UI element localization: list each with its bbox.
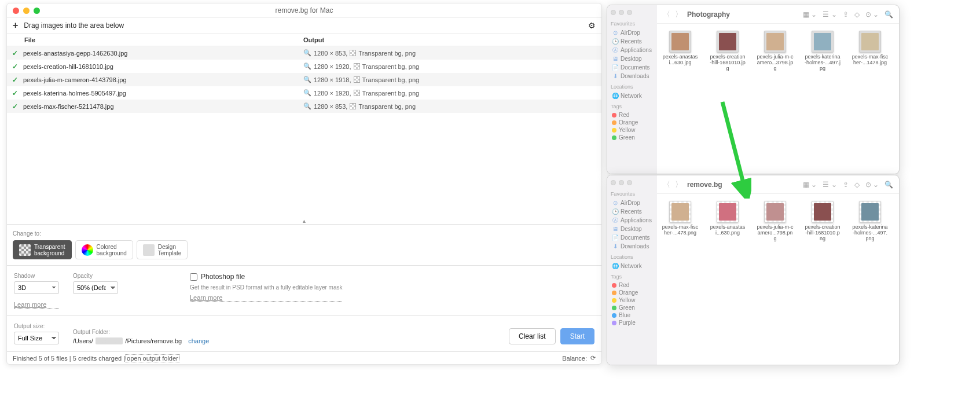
sidebar-item[interactable]: 🖥Desktop [611,225,654,233]
forward-icon[interactable]: 〉 [675,9,682,20]
magnifier-icon[interactable]: 🔍 [303,49,311,57]
shadow-select[interactable]: 3D [14,281,59,294]
view-icons-icon[interactable]: ▦ ⌄ [803,181,817,189]
psd-checkbox[interactable] [190,273,197,281]
sidebar-item[interactable]: 🌐Network [611,262,654,270]
sidebar-item[interactable]: ⒶApplications [611,46,654,54]
output-size-select[interactable]: Full Size [14,332,59,344]
sidebar-item[interactable]: ⬇Downloads [611,242,654,251]
checkmark-icon: ✓ [7,49,23,57]
sidebar-tag[interactable]: Purple [611,319,654,326]
tag-dot-icon [612,128,616,133]
caret-up-icon[interactable]: ▲ [7,218,601,224]
group-icon[interactable]: ☰ ⌄ [823,181,836,189]
start-button[interactable]: Start [560,328,594,344]
transparency-icon [354,63,360,69]
magnifier-icon[interactable]: 🔍 [303,63,311,70]
learn-more-shadow[interactable]: Learn more [14,301,59,309]
search-icon[interactable]: 🔍 [884,10,893,19]
file-icon[interactable]: pexels-creation-hill-1681010.png [804,201,841,242]
output-section: Output size: Full Size Output Folder: /U… [7,315,601,351]
template-icon [143,244,155,256]
sidebar-tag[interactable]: Orange [611,119,654,126]
sidebar-tag[interactable]: Yellow [611,126,654,134]
file-icon[interactable]: pexels-katerina-holmes-...497.jpg [804,31,841,72]
sidebar-tag[interactable]: Red [611,281,654,289]
sidebar-item[interactable]: 🕒Recents [611,37,654,46]
finder-close-button[interactable] [611,180,616,185]
table-row[interactable]: ✓ pexels-julia-m-cameron-4143798.jpg 🔍 1… [7,73,601,86]
file-icon[interactable]: pexels-anastasi...630.jpg [662,31,699,72]
refresh-icon[interactable]: ⟳ [590,354,596,362]
view-icons-icon[interactable]: ▦ ⌄ [803,10,817,19]
sidebar-item[interactable]: 📄Documents [611,63,654,72]
file-icon[interactable]: pexels-max-fischer-...478.png [662,201,699,242]
file-icon[interactable]: pexels-creation-hill-1681010.jpg [709,31,746,72]
sidebar-tag[interactable]: Green [611,304,654,311]
share-icon[interactable]: ⇪ [843,181,849,189]
gear-icon[interactable]: ⚙ [588,21,596,30]
sidebar-item-label: AirDrop [621,200,640,206]
change-folder-link[interactable]: change [188,337,209,344]
tag-icon[interactable]: ◇ [854,10,860,19]
drop-empty-area[interactable] [7,113,601,219]
sidebar-item[interactable]: ⊙AirDrop [611,199,654,207]
open-output-folder-link[interactable]: open output folder [125,354,180,362]
magnifier-icon[interactable]: 🔍 [303,89,311,97]
col-file[interactable]: File [7,36,303,43]
file-name: pexels-creation-hill-1681010.jpg [23,63,303,70]
option-transparent-bg[interactable]: Transparentbackground [13,240,72,259]
sidebar-item[interactable]: 📄Documents [611,233,654,242]
clear-list-button[interactable]: Clear list [509,328,556,344]
finder-close-button[interactable] [611,10,616,15]
option-colored-bg[interactable]: Coloredbackground [75,240,133,259]
learn-more-psd[interactable]: Learn more [190,294,342,302]
sidebar-item[interactable]: 🖥Desktop [611,54,654,63]
finder-maximize-button[interactable] [627,10,632,15]
file-icon[interactable]: pexels-max-fischer-...1478.jpg [851,31,889,72]
sidebar-item[interactable]: 🌐Network [611,91,654,100]
sidebar-item[interactable]: 🕒Recents [611,207,654,216]
sidebar-item[interactable]: ⬇Downloads [611,72,654,80]
file-icon[interactable]: pexels-katerina-holmes-...497.png [851,201,889,242]
file-icon[interactable]: pexels-julia-m-camero...3798.jpg [757,31,794,72]
forward-icon[interactable]: 〉 [675,179,682,190]
format-text: Transparent bg, png [362,76,420,83]
table-row[interactable]: ✓ pexels-max-fischer-5211478.jpg 🔍 1280 … [7,100,601,113]
file-icon[interactable]: pexels-julia-m-camero...798.png [757,201,794,242]
sidebar-item-label: Network [621,263,642,269]
action-icon[interactable]: ⊙ ⌄ [865,181,879,189]
option-design-template[interactable]: DesignTemplate [137,240,188,259]
table-row[interactable]: ✓ pexels-katerina-holmes-5905497.jpg 🔍 1… [7,86,601,100]
action-icon[interactable]: ⊙ ⌄ [865,10,879,19]
finder-minimize-button[interactable] [619,180,624,185]
finder-maximize-button[interactable] [627,180,632,185]
back-icon[interactable]: 〈 [663,179,670,190]
sidebar-tag[interactable]: Orange [611,289,654,296]
table-row[interactable]: ✓ pexels-creation-hill-1681010.jpg 🔍 128… [7,60,601,73]
search-icon[interactable]: 🔍 [884,181,893,189]
finder-minimize-button[interactable] [619,10,624,15]
sidebar-tag[interactable]: Green [611,134,654,141]
sidebar-item-icon: Ⓐ [612,47,618,53]
share-icon[interactable]: ⇪ [843,10,849,19]
group-icon[interactable]: ☰ ⌄ [823,10,836,19]
sidebar-tag[interactable]: Red [611,111,654,119]
file-thumbnail [859,201,881,223]
sidebar-item[interactable]: ⊙AirDrop [611,28,654,37]
tag-icon[interactable]: ◇ [854,181,860,189]
format-text: Transparent bg, png [358,103,416,110]
sidebar-tag[interactable]: Yellow [611,296,654,304]
col-output[interactable]: Output [303,36,601,43]
file-icon[interactable]: pexels-anastasi...630.png [709,201,746,242]
back-icon[interactable]: 〈 [663,9,670,20]
magnifier-icon[interactable]: 🔍 [303,102,311,110]
finder-icon-grid[interactable]: pexels-max-fischer-...478.pngpexels-anas… [657,194,899,365]
finder-icon-grid[interactable]: pexels-anastasi...630.jpgpexels-creation… [657,24,899,174]
opacity-select[interactable]: 50% (Default) [73,281,118,294]
magnifier-icon[interactable]: 🔍 [303,76,311,83]
drop-area-bar[interactable]: + Drag images into the area below ⚙ [7,17,601,34]
sidebar-item[interactable]: ⒶApplications [611,216,654,225]
table-row[interactable]: ✓ pexels-anastasiya-gepp-1462630.jpg 🔍 1… [7,46,601,60]
sidebar-tag[interactable]: Blue [611,311,654,319]
